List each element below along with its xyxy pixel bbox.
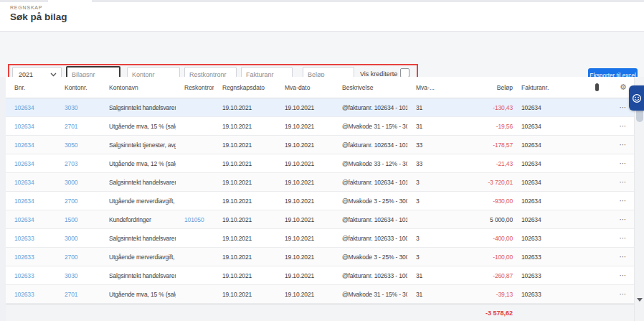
cell-mva: 3 <box>407 253 450 261</box>
cell-bnr[interactable]: 102634 <box>6 179 56 186</box>
more-options-icon: ⋯ <box>620 253 628 261</box>
cell-mvadato: 19.10.2021 <box>276 141 333 149</box>
row-menu-button[interactable]: ⋯ <box>612 290 634 298</box>
cell-kontonr[interactable]: 3000 <box>56 235 100 242</box>
filter-bar: 2021 Vis krediterte Eksporter til excel <box>0 31 644 77</box>
row-menu-button[interactable]: ⋯ <box>612 197 634 205</box>
cell-belop: -260,87 <box>450 272 513 279</box>
cell-kontonr[interactable]: 2703 <box>56 160 100 167</box>
cell-regnskapsdato: 19.10.2021 <box>214 197 276 205</box>
row-menu-button[interactable]: ⋯ <box>612 234 634 242</box>
cell-fakturanr: 102633 <box>513 272 581 279</box>
cell-kontonr[interactable]: 1500 <box>56 216 100 223</box>
cell-bnr[interactable]: 102633 <box>6 272 56 279</box>
cell-beskrivelse: @fakturanr. 102634 - 1010! <box>333 104 407 111</box>
more-options-icon: ⋯ <box>620 197 628 205</box>
breadcrumb: REGNSKAP <box>10 5 42 10</box>
results-table: Bnr. Kontonr. Kontonavn Reskontronr. Reg… <box>6 77 634 321</box>
cell-bnr[interactable]: 102633 <box>6 235 56 242</box>
cell-kontonavn: Salgsinntekt handelsvarer, <box>100 235 176 242</box>
cell-fakturanr: 102633 <box>513 291 581 298</box>
cell-bnr[interactable]: 102634 <box>6 216 56 223</box>
active-browser-tab <box>48 0 92 2</box>
col-header-kontonr[interactable]: Kontonr. <box>56 84 100 91</box>
cell-regnskapsdato: 19.10.2021 <box>214 141 276 149</box>
cell-beskrivelse: @Mvakode 3 - 25% - 3000 <box>333 197 407 205</box>
col-header-fakturanr[interactable]: Fakturanr. <box>513 84 581 91</box>
cell-kontonr[interactable]: 2700 <box>56 197 100 205</box>
belop-total: -3 578,62 <box>450 310 513 317</box>
cell-kontonr[interactable]: 2701 <box>56 291 100 298</box>
more-options-icon: ⋯ <box>620 159 628 167</box>
app-window: REGNSKAP Søk på bilag 2021 Vis kreditert… <box>0 0 644 321</box>
cell-regnskapsdato: 19.10.2021 <box>214 253 276 261</box>
cell-fakturanr: 102634 <box>513 141 581 149</box>
cell-kontonavn: Utgående merverdiavgift, h <box>100 197 176 205</box>
cell-belop: -130,43 <box>450 104 513 111</box>
col-header-kontonavn[interactable]: Kontonavn <box>100 84 176 91</box>
col-header-belop[interactable]: Beløp <box>450 84 513 91</box>
row-menu-button[interactable]: ⋯ <box>612 271 634 279</box>
table-row: 102634 2703 Utgående mva, 12 % (salg) 19… <box>6 154 634 173</box>
cell-mvadato: 19.10.2021 <box>276 123 333 130</box>
cell-mva: 33 <box>407 160 450 167</box>
cell-belop: -100,00 <box>450 253 513 261</box>
more-options-icon: ⋯ <box>620 103 628 111</box>
cell-beskrivelse: @fakturanr. 102633 - 1000! <box>333 272 407 279</box>
feedback-button[interactable] <box>629 85 644 111</box>
cell-belop: -21,43 <box>450 160 513 167</box>
cell-belop: -178,57 <box>450 141 513 149</box>
cell-beskrivelse: @Mvakode 31 - 15% - 3030 <box>333 123 407 130</box>
cell-bnr[interactable]: 102634 <box>6 104 56 111</box>
cell-bnr[interactable]: 102634 <box>6 197 56 205</box>
cell-kontonr[interactable]: 2701 <box>56 123 100 130</box>
table-body: 102634 3030 Salgsinntekt handelsvarer, 1… <box>6 98 634 304</box>
more-options-icon: ⋯ <box>620 122 628 130</box>
row-menu-button[interactable]: ⋯ <box>612 122 634 130</box>
cell-bnr[interactable]: 102634 <box>6 123 56 130</box>
col-header-reskontronr[interactable]: Reskontronr. <box>176 84 214 91</box>
cell-kontonavn: Salgsinntekt tjenester, avgi <box>100 141 176 149</box>
col-header-regnskapsdato[interactable]: Regnskapsdato <box>214 84 276 91</box>
col-header-mvadato[interactable]: Mva-dato <box>276 84 333 91</box>
row-menu-button[interactable]: ⋯ <box>612 215 634 223</box>
cell-bnr[interactable]: 102634 <box>6 141 56 149</box>
cell-bnr[interactable]: 102634 <box>6 160 56 167</box>
cell-kontonr[interactable]: 3030 <box>56 104 100 111</box>
left-gutter <box>0 77 6 321</box>
cell-beskrivelse: @Mvakode 33 - 12% - 3050 <box>333 160 407 167</box>
cell-regnskapsdato: 19.10.2021 <box>214 123 276 130</box>
cell-mvadato: 19.10.2021 <box>276 272 333 279</box>
cell-belop: -400,00 <box>450 235 513 242</box>
row-menu-button[interactable]: ⋯ <box>612 159 634 167</box>
cell-mva: 3 <box>407 235 450 242</box>
cell-beskrivelse: @Mvakode 31 - 15% - 3030 <box>333 291 407 298</box>
cell-regnskapsdato: 19.10.2021 <box>214 160 276 167</box>
table-footer-row: -3 578,62 <box>6 304 634 321</box>
cell-kontonr[interactable]: 3030 <box>56 272 100 279</box>
col-header-mva[interactable]: Mva-... <box>407 84 450 91</box>
row-menu-button[interactable]: ⋯ <box>612 141 634 149</box>
cell-belop: -930,00 <box>450 197 513 205</box>
row-menu-button[interactable]: ⋯ <box>612 178 634 186</box>
col-header-beskrivelse[interactable]: Beskrivelse <box>333 84 407 91</box>
cell-kontonavn: Utgående merverdiavgift, h <box>100 253 176 261</box>
cell-mvadato: 19.10.2021 <box>276 235 333 242</box>
table-row: 102634 2701 Utgående mva, 15 % (salg) 19… <box>6 117 634 136</box>
cell-kontonr[interactable]: 3000 <box>56 179 100 186</box>
cell-mva: 33 <box>407 141 450 149</box>
scroll-down-arrow-icon[interactable] <box>637 298 643 302</box>
cell-kontonr[interactable]: 2700 <box>56 253 100 261</box>
cell-kontonr[interactable]: 3050 <box>56 141 100 149</box>
cell-bnr[interactable]: 102633 <box>6 253 56 261</box>
col-header-bnr[interactable]: Bnr. <box>6 84 56 91</box>
cell-reskontronr[interactable]: 101050 <box>176 216 214 223</box>
cell-bnr[interactable]: 102633 <box>6 291 56 298</box>
cell-fakturanr: 102634 <box>513 179 581 186</box>
more-options-icon: ⋯ <box>620 141 628 149</box>
cell-beskrivelse: @fakturanr. 102634 - 1010! <box>333 216 407 223</box>
vertical-scrollbar[interactable] <box>634 77 644 321</box>
row-menu-button[interactable]: ⋯ <box>612 253 634 261</box>
cell-regnskapsdato: 19.10.2021 <box>214 272 276 279</box>
col-header-attachment <box>581 83 612 91</box>
